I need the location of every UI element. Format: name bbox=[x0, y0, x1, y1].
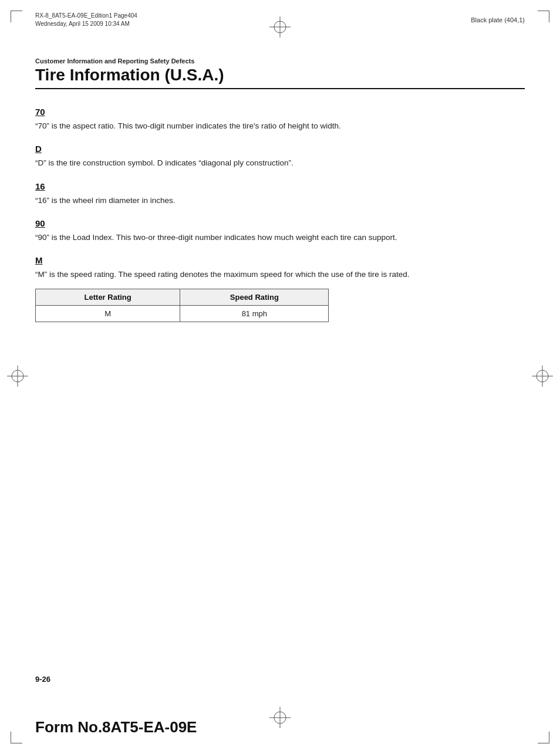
black-plate-label: Black plate (404,1) bbox=[471, 16, 525, 23]
cell-speed-81: 81 mph bbox=[180, 306, 329, 322]
term-item-70: 70 “70” is the aspect ratio. This two-di… bbox=[35, 107, 525, 132]
term-heading-16: 16 bbox=[35, 181, 525, 191]
term-heading-90: 90 bbox=[35, 218, 525, 228]
table-row: M 81 mph bbox=[36, 306, 329, 322]
term-desc-m: “M” is the speed rating. The speed ratin… bbox=[35, 269, 525, 280]
section-title: Tire Information (U.S.A.) bbox=[35, 66, 525, 84]
footer-page-num: 9-26 bbox=[35, 675, 50, 684]
term-heading-m: M bbox=[35, 255, 525, 265]
term-desc-90: “90” is the Load Index. This two-or thre… bbox=[35, 232, 525, 244]
term-desc-16: “16” is the wheel rim diameter in inches… bbox=[35, 195, 525, 207]
term-item-16: 16 “16” is the wheel rim diameter in inc… bbox=[35, 181, 525, 207]
cell-letter-m: M bbox=[36, 306, 180, 322]
term-item-d: D “D” is the tire construction symbol. D… bbox=[35, 144, 525, 169]
page-inner: RX-8_8AT5-EA-09E_Edition1 Page404 Wednes… bbox=[0, 0, 560, 754]
footer-crosshair-bottom bbox=[269, 707, 291, 731]
term-item-m: M “M” is the speed rating. The speed rat… bbox=[35, 255, 525, 280]
col-letter-rating-header: Letter Rating bbox=[36, 289, 180, 306]
term-heading-d: D bbox=[35, 144, 525, 154]
section-subtitle: Customer Information and Reporting Safet… bbox=[35, 58, 525, 65]
term-item-90: 90 “90” is the Load Index. This two-or t… bbox=[35, 218, 525, 244]
term-heading-70: 70 bbox=[35, 107, 525, 117]
meta-line1: RX-8_8AT5-EA-09E_Edition1 Page404 bbox=[35, 12, 525, 20]
table-header-row: Letter Rating Speed Rating bbox=[36, 289, 329, 306]
terms-container: 70 “70” is the aspect ratio. This two-di… bbox=[35, 107, 525, 280]
header-meta: RX-8_8AT5-EA-09E_Edition1 Page404 Wednes… bbox=[35, 12, 525, 28]
page-container: RX-8_8AT5-EA-09E_Edition1 Page404 Wednes… bbox=[0, 0, 560, 754]
term-desc-d: “D” is the tire construction symbol. D i… bbox=[35, 157, 525, 169]
title-rule bbox=[35, 88, 525, 89]
rating-table: Letter Rating Speed Rating M 81 mph bbox=[35, 289, 329, 322]
meta-line2: Wednesday, April 15 2009 10:34 AM bbox=[35, 20, 525, 28]
footer-form-num: Form No.8AT5-EA-09E bbox=[35, 718, 197, 736]
term-desc-70: “70” is the aspect ratio. This two-digit… bbox=[35, 120, 525, 132]
col-speed-rating-header: Speed Rating bbox=[180, 289, 329, 306]
